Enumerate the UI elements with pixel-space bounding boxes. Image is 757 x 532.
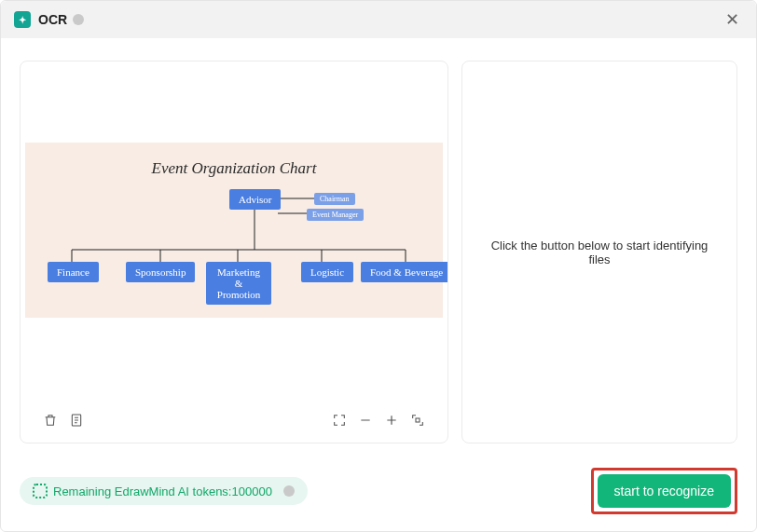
result-placeholder: Click the button below to start identify… [481,239,718,266]
titlebar: ✦ OCR ✕ [1,1,756,38]
node-chairman: Chairman [314,193,355,205]
node-logistic: Logistic [301,262,353,282]
tokens-help-icon[interactable] [283,485,295,497]
node-event-manager: Event Manager [307,209,364,221]
result-panel: Click the button below to start identify… [461,61,737,443]
dialog-body: Event Organization Chart [1,38,756,531]
fit-icon[interactable] [326,407,352,433]
node-marketing: Marketing & Promotion [206,262,271,305]
node-finance: Finance [48,262,99,282]
fullscreen-icon[interactable] [405,407,431,433]
zoom-out-icon[interactable] [352,407,378,433]
ocr-dialog: ✦ OCR ✕ Event Organization Chart [0,0,757,532]
file-icon[interactable] [63,407,89,433]
preview-area: Event Organization Chart [21,61,447,398]
footer: Remaining EdrawMind AI tokens:100000 sta… [20,468,737,514]
recognize-highlight: start to recognize [591,468,737,514]
node-sponsorship: Sponsorship [126,262,195,282]
tokens-label: Remaining EdrawMind AI tokens:100000 [53,484,272,498]
tokens-icon [33,484,48,498]
start-recognize-button[interactable]: start to recognize [598,474,731,508]
help-icon[interactable] [73,14,84,25]
delete-icon[interactable] [37,407,63,433]
node-advisor: Advisor [229,189,281,210]
dialog-title: OCR [38,12,67,27]
zoom-in-icon[interactable] [378,407,405,433]
panels: Event Organization Chart [20,61,737,443]
preview-panel: Event Organization Chart [20,61,448,443]
svg-rect-16 [416,418,420,422]
preview-toolbar [21,398,447,443]
node-food: Food & Beverage [361,262,448,282]
close-icon[interactable]: ✕ [721,8,743,31]
chart-title: Event Organization Chart [25,159,443,178]
app-icon: ✦ [14,11,31,28]
tokens-pill[interactable]: Remaining EdrawMind AI tokens:100000 [20,477,308,505]
preview-image: Event Organization Chart [25,143,443,318]
